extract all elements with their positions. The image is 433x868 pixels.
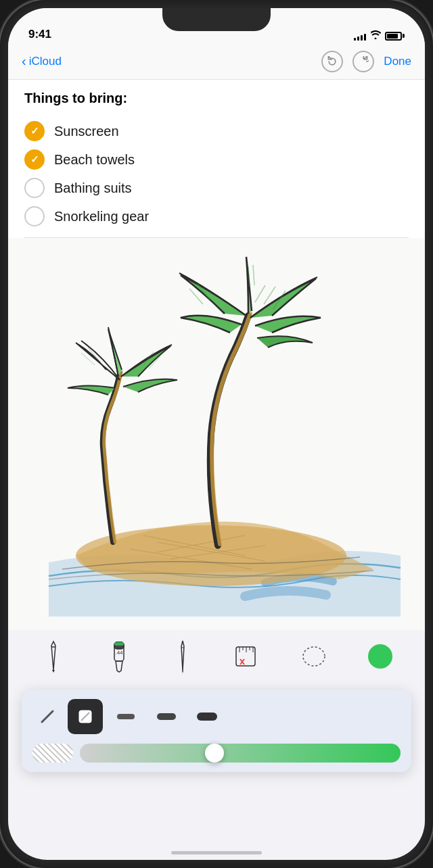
back-label: iCloud [29, 55, 62, 68]
item-label-bathing-suits: Bathing suits [54, 180, 132, 196]
bottom-toolbar: .44 [8, 630, 425, 690]
checkbox-snorkeling[interactable] [24, 206, 45, 226]
svg-rect-28 [236, 647, 255, 666]
marker-tool-button[interactable]: .44 [105, 637, 133, 676]
checkbox-sunscreen[interactable] [24, 121, 45, 141]
svg-rect-20 [157, 713, 176, 720]
done-button[interactable]: Done [384, 55, 411, 68]
home-indicator [171, 851, 262, 854]
signal-bar-4 [364, 34, 366, 41]
slider-pattern [32, 744, 73, 763]
status-icons [354, 30, 405, 41]
phone-screen: 9:41 [8, 8, 425, 860]
svg-rect-26 [114, 642, 124, 646]
notch [162, 8, 271, 31]
svg-line-10 [255, 285, 265, 302]
back-arrow-icon: ‹ [22, 53, 26, 69]
back-button[interactable]: ‹ iCloud [22, 55, 62, 69]
redo-button[interactable] [352, 51, 374, 72]
pen-option-eraser[interactable] [68, 699, 103, 734]
size-slider[interactable] [80, 744, 401, 763]
signal-icon [354, 31, 366, 41]
item-label-beach-towels: Beach towels [54, 152, 135, 168]
checklist-item-beach-towels[interactable]: Beach towels [24, 145, 409, 174]
pen-option-stroke3[interactable] [189, 699, 225, 734]
size-slider-row [32, 744, 401, 763]
pen-option-stroke1[interactable] [108, 699, 143, 734]
pen-tool-button[interactable] [172, 637, 193, 676]
checklist-item-bathing-suits[interactable]: Bathing suits [24, 174, 409, 202]
pencil-tool-button[interactable] [41, 637, 66, 675]
item-label-snorkeling: Snorkeling gear [54, 209, 149, 224]
checklist-item-sunscreen[interactable]: Sunscreen [24, 117, 409, 145]
note-content: Things to bring: Sunscreen Beach towels … [8, 80, 425, 238]
signal-bar-1 [354, 38, 356, 41]
svg-rect-19 [117, 714, 135, 719]
drawing-svg [8, 238, 425, 630]
checkbox-bathing-suits[interactable] [24, 178, 45, 198]
ruler-tool-button[interactable] [231, 639, 260, 674]
pen-option-stroke2[interactable] [149, 699, 184, 734]
checkbox-beach-towels[interactable] [24, 149, 45, 170]
slider-thumb[interactable] [205, 744, 224, 763]
color-picker-button[interactable] [368, 644, 392, 669]
signal-bar-2 [357, 37, 359, 41]
pen-options-popup [22, 690, 411, 772]
battery-icon [385, 32, 405, 41]
svg-point-36 [303, 647, 325, 666]
note-title: Things to bring: [24, 91, 409, 106]
wifi-icon [370, 30, 381, 41]
svg-rect-21 [197, 713, 217, 721]
pen-options-row [32, 699, 401, 734]
svg-line-17 [42, 711, 53, 722]
nav-bar: ‹ iCloud Done [8, 45, 425, 80]
undo-button[interactable] [321, 51, 343, 72]
lasso-tool-button[interactable] [298, 639, 329, 674]
drawing-canvas[interactable] [8, 238, 425, 630]
pen-option-slash[interactable] [32, 700, 62, 733]
phone-frame: 9:41 [0, 0, 433, 868]
nav-actions: Done [321, 51, 411, 72]
signal-bar-3 [361, 35, 363, 41]
item-label-sunscreen: Sunscreen [54, 124, 119, 139]
checklist-item-snorkeling[interactable]: Snorkeling gear [24, 202, 409, 231]
svg-line-16 [253, 265, 254, 285]
svg-text:.44: .44 [115, 650, 123, 656]
